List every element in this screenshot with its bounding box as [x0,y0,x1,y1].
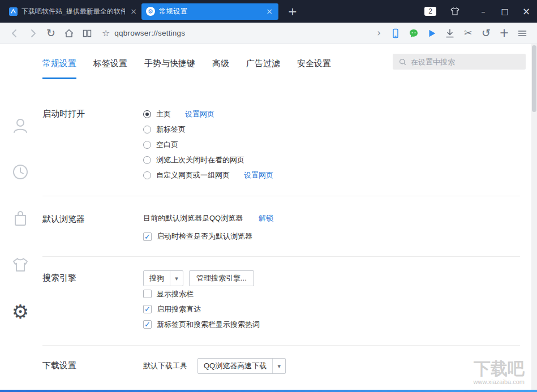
radio-button[interactable] [143,141,151,149]
checkbox[interactable]: ✓ [143,232,152,241]
default-browser-status: 目前的默认浏览器是QQ浏览器 [143,213,243,223]
add-icon[interactable]: + [495,24,513,42]
section-title: 默认浏览器 [42,212,143,225]
radio-button[interactable] [143,110,151,118]
check-icon: ✓ [144,305,151,313]
radio-button[interactable] [143,126,151,133]
bookmark-star-icon[interactable]: ☆ [102,29,110,38]
download-tool-select[interactable]: QQ浏览器高速下载 ▾ [197,358,286,374]
maximize-button[interactable]: □ [494,0,515,23]
startup-option-custom[interactable]: 自定义网页或一组网页 设置网页 [143,167,520,183]
tab-security[interactable]: 安全设置 [297,48,331,79]
address-bar[interactable]: qqbrowser://settings [114,29,185,37]
history-undo-icon[interactable]: ↺ [477,24,495,42]
tab-gestures-shortcuts[interactable]: 手势与快捷键 [144,48,195,79]
tab-advanced[interactable]: 高级 [212,48,229,79]
section-search-engine: 搜索引擎 搜狗 ▾ 管理搜索引擎... 显示搜索栏 ✓ 启用搜索直达 [42,270,520,332]
tab-tab-settings[interactable]: 标签设置 [93,48,127,79]
settings-sidebar: ⚙ [0,117,41,321]
section-divider [42,196,520,196]
scrollbar-thumb[interactable] [532,45,536,112]
caret-down-icon: ▾ [273,363,285,369]
wechat-icon[interactable] [405,24,423,42]
manage-search-engines-button[interactable]: 管理搜索引擎... [189,270,254,286]
navigation-toolbar: ↻ ☆ qqbrowser://settings › ✂ ↺ + [0,23,537,44]
profile-icon[interactable] [11,117,29,135]
settings-content: 启动时打开 主页 设置网页 新标签页 空白页 浏览上次关闭时在看的网页 [42,106,520,374]
site-favicon-icon [9,7,18,16]
startup-option-newtab[interactable]: 新标签页 [143,122,520,137]
section-title: 启动时打开 [42,106,143,119]
section-title: 下载设置 [42,358,143,371]
show-search-bar-check[interactable]: 显示搜索栏 [143,286,520,301]
home-icon[interactable] [60,24,78,42]
close-button[interactable]: × [515,0,537,23]
section-divider [42,256,520,257]
tab-general[interactable]: 常规设置 [42,48,76,79]
notification-badge[interactable]: 2 [424,7,436,16]
expand-chevron-icon[interactable]: › [377,28,381,38]
enable-search-direct-check[interactable]: ✓ 启用搜索直达 [143,301,520,317]
unlock-link[interactable]: 解锁 [259,213,273,223]
bottom-accent-strip [0,390,537,392]
radio-button[interactable] [143,171,151,179]
reading-mode-icon[interactable] [78,24,96,42]
startup-option-restore[interactable]: 浏览上次关闭时在看的网页 [143,152,520,167]
tab-close-icon[interactable]: × [129,7,138,15]
minimize-button[interactable]: – [472,0,494,23]
checkbox[interactable]: ✓ [143,305,152,313]
check-icon: ✓ [144,321,151,328]
history-clock-icon[interactable] [11,163,29,181]
download-tool-label: 默认下载工具 [143,358,187,374]
startup-option-home[interactable]: 主页 设置网页 [143,106,520,122]
skin-shirt-icon[interactable] [11,256,29,274]
back-icon[interactable] [6,24,24,42]
phone-sync-icon[interactable] [386,24,405,42]
titlebar: 下载吧软件站_提供最新最全的软件下... × ⚙ 常规设置 × + 2 – □ … [0,0,537,23]
default-browser-check[interactable]: ✓ 启动时检查是否为默认浏览器 [143,230,520,243]
download-icon[interactable] [441,24,459,42]
tab-ad-filter[interactable]: 广告过滤 [246,48,280,79]
refresh-icon[interactable]: ↻ [42,24,60,42]
browser-tab-settings[interactable]: ⚙ 常规设置 × [141,3,278,20]
watermark-url: www.xiazaiba.com [474,378,525,385]
checkbox[interactable] [143,290,152,298]
set-page-link[interactable]: 设置网页 [244,170,273,180]
browser-tab-site[interactable]: 下载吧软件站_提供最新最全的软件下... × [6,0,141,23]
startup-option-blank[interactable]: 空白页 [143,137,520,152]
tab-title: 下载吧软件站_提供最新最全的软件下... [22,7,125,16]
settings-page: 常规设置 标签设置 手势与快捷键 高级 广告过滤 安全设置 ⚙ 启动 [0,44,537,392]
checkbox[interactable]: ✓ [143,320,152,329]
scrollbar[interactable] [531,44,537,392]
tab-title: 常规设置 [159,7,261,16]
new-tab-button[interactable]: + [285,6,300,17]
screenshot-scissors-icon[interactable]: ✂ [459,24,477,42]
hot-words-check[interactable]: ✓ 新标签页和搜索栏显示搜索热词 [143,317,520,332]
menu-icon[interactable] [513,24,531,42]
settings-favicon-icon: ⚙ [146,7,155,16]
video-play-icon[interactable] [423,24,441,42]
section-divider [42,345,520,346]
radio-button[interactable] [143,156,151,164]
section-startup: 启动时打开 主页 设置网页 新标签页 空白页 浏览上次关闭时在看的网页 [42,106,520,183]
check-icon: ✓ [144,233,151,240]
search-engine-select[interactable]: 搜狗 ▾ [143,270,183,286]
settings-search-box[interactable] [393,54,526,70]
skin-icon[interactable] [450,6,460,16]
caret-down-icon: ▾ [170,275,183,282]
section-default-browser: 默认浏览器 目前的默认浏览器是QQ浏览器 解锁 ✓ 启动时检查是否为默认浏览器 [42,212,520,243]
settings-gear-icon[interactable]: ⚙ [12,302,29,321]
section-title: 搜索引擎 [42,270,143,283]
settings-search-input[interactable] [411,58,520,66]
search-icon [398,58,407,66]
section-download: 下载设置 默认下载工具 QQ浏览器高速下载 ▾ [42,358,520,374]
app-store-bag-icon[interactable] [11,209,29,227]
settings-header: 常规设置 标签设置 手势与快捷键 高级 广告过滤 安全设置 [0,44,537,79]
forward-icon[interactable] [24,24,42,42]
tab-close-icon[interactable]: × [265,7,274,15]
set-page-link[interactable]: 设置网页 [185,109,214,119]
